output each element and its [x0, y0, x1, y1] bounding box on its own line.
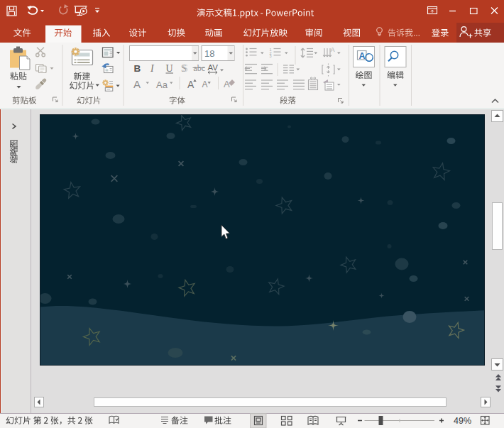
svg-text:AV: AV [208, 63, 219, 72]
svg-text:A: A [187, 79, 195, 90]
svg-text:A: A [133, 78, 141, 90]
svg-text:S: S [181, 63, 187, 74]
svg-text:18: 18 [204, 48, 214, 59]
svg-text:Aa: Aa [156, 79, 168, 90]
svg-text:49%: 49% [454, 416, 471, 426]
svg-text:U: U [166, 63, 173, 74]
svg-text:A: A [202, 79, 208, 89]
svg-text:A: A [331, 46, 335, 53]
svg-text:B: B [134, 63, 141, 74]
svg-text:A: A [224, 79, 230, 89]
svg-text:3: 3 [270, 54, 272, 58]
svg-text:A: A [359, 51, 366, 61]
